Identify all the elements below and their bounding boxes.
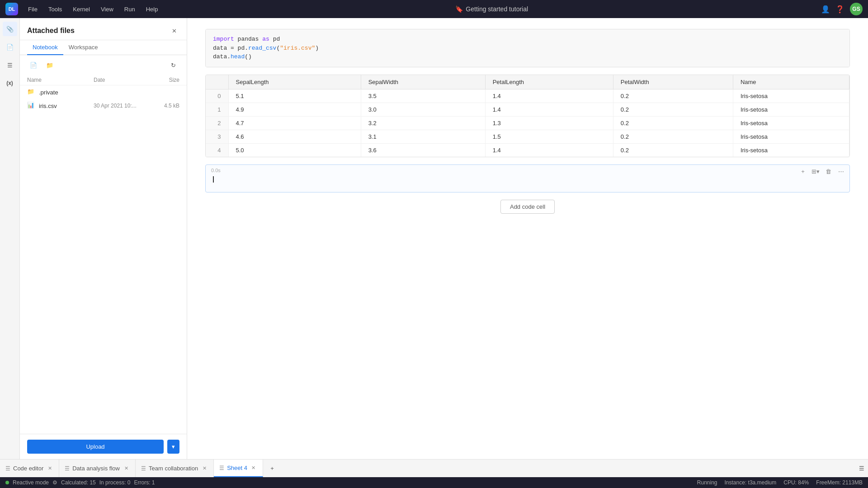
file-list-header: Name Date Size [20,75,187,85]
main-area: 📎 📄 ☰ (x) Attached files ✕ Notebook Work… [0,18,868,459]
new-file-button[interactable]: 📄 [27,59,40,71]
refresh-button[interactable]: ↻ [167,59,179,71]
tab-close[interactable]: ✕ [201,465,208,472]
new-folder-button[interactable]: 📁 [43,59,56,71]
more-options-button[interactable]: ⋯ [836,167,846,177]
table-row: 14.93.01.40.2Iris-setosa [206,103,849,116]
table-cell: 0.2 [613,143,733,157]
menu-file[interactable]: File [24,4,42,14]
table-cell: 0 [206,89,228,103]
cell-type-button[interactable]: ⊞▾ [811,167,821,177]
files-icon[interactable]: 📎 [3,22,17,36]
tab-workspace[interactable]: Workspace [63,40,104,55]
help-icon[interactable]: ❓ [835,5,844,14]
code-cell-content: import pandas as pd data = pd.read_csv("… [206,29,849,67]
close-panel-button[interactable]: ✕ [169,25,179,36]
table-cell: Iris-setosa [733,130,849,143]
csv-icon: 📊 [27,102,35,110]
tab-icon: ☰ [219,465,224,471]
icon-bar: 📎 📄 ☰ (x) [0,18,20,459]
status-left: Reactive mode ⚙ Calculated: 15 In proces… [5,479,155,486]
table-cell: 3 [206,130,228,143]
table-cell: Iris-setosa [733,89,849,103]
table-cell: 1.4 [485,143,613,157]
list-icon[interactable]: ☰ [3,58,17,72]
file-name: .private [39,89,94,96]
toolbar-left: 📄 📁 [27,59,56,71]
tab-team-collaboration[interactable]: ☰ Team collaboration ✕ [136,460,214,477]
table-cell: 2 [206,116,228,130]
person-add-icon[interactable]: 👤 [821,5,830,14]
delete-cell-button[interactable]: 🗑 [823,167,833,177]
table-cell: 4.7 [228,116,361,130]
tab-close[interactable]: ✕ [250,465,257,472]
list-item[interactable]: 📁 .private [20,85,187,99]
menu-tools[interactable]: Tools [44,4,66,14]
status-right: Running Instance: t3a.medium CPU: 84% Fr… [697,479,863,486]
table-cell: 1 [206,103,228,116]
col-header-index [206,75,228,89]
tab-icon: ☰ [65,465,70,472]
avatar[interactable]: GS [850,3,863,15]
tab-data-analysis-flow[interactable]: ☰ Data analysis flow ✕ [59,460,136,477]
bookmark-icon: 🔖 [455,5,463,13]
header-right-icons: 👤 ❓ GS [821,3,863,15]
tab-close[interactable]: ✕ [46,465,53,472]
reactive-settings-icon[interactable]: ⚙ [52,479,57,486]
code-line-3: data.head() [213,52,842,61]
tab-label: Sheet 4 [227,465,247,471]
tab-icon: ☰ [5,465,10,472]
menu-help[interactable]: Help [142,4,163,14]
list-item[interactable]: 📊 iris.csv 30 Apr 2021 10:... 4.5 kB [20,99,187,113]
freemem-status: FreeMem: 2113MB [816,479,863,486]
text-cursor [213,176,214,183]
pages-icon[interactable]: 📄 [3,40,17,54]
table-row: 45.03.61.40.2Iris-setosa [206,143,849,157]
panel-tab-bar: Notebook Workspace [20,40,187,55]
table-cell: 1.3 [485,116,613,130]
file-panel-header: Attached files ✕ [20,18,187,40]
file-panel-footer: Upload ▾ [20,434,187,459]
cell-input[interactable] [206,165,849,192]
code-cell[interactable]: import pandas as pd data = pd.read_csv("… [205,29,850,67]
notebook-area[interactable]: import pandas as pd data = pd.read_csv("… [187,18,868,459]
menu-kernel[interactable]: Kernel [68,4,94,14]
table-cell: 1.4 [485,103,613,116]
table-cell: 0.2 [613,103,733,116]
table-row: 05.13.51.40.2Iris-setosa [206,89,849,103]
col-header-sepal-width: SepalWidth [361,75,485,89]
dataframe-table: SepalLength SepalWidth PetalLength Petal… [206,75,849,157]
tab-sheet-4[interactable]: ☰ Sheet 4 ✕ [214,460,263,477]
upload-button[interactable]: Upload [27,440,164,454]
reactive-dot [5,481,9,484]
table-cell: 3.6 [361,143,485,157]
table-cell: 0.2 [613,130,733,143]
bottom-tab-bar: ☰ Code editor ✕ ☰ Data analysis flow ✕ ☰… [0,459,868,477]
file-toolbar: 📄 📁 ↻ [20,55,187,75]
add-cell-button[interactable]: + [798,167,808,177]
add-tab-button[interactable]: + [265,461,279,476]
variables-icon[interactable]: (x) [3,76,17,90]
code-line-1: import pandas as pd [213,35,842,44]
table-cell: 0.2 [613,89,733,103]
table-cell: 3.2 [361,116,485,130]
tab-code-editor[interactable]: ☰ Code editor ✕ [0,460,59,477]
upload-dropdown-button[interactable]: ▾ [167,440,179,454]
table-cell: 3.1 [361,130,485,143]
tab-options-icon[interactable]: ☰ [859,465,864,472]
table-row: 24.73.21.30.2Iris-setosa [206,116,849,130]
tab-icon: ☰ [141,465,146,472]
file-panel: Attached files ✕ Notebook Workspace 📄 📁 … [20,18,187,459]
menu-run[interactable]: Run [120,4,140,14]
tab-close[interactable]: ✕ [123,465,130,472]
file-name: iris.csv [39,103,94,109]
menu-view[interactable]: View [96,4,118,14]
running-status: Running [697,479,717,486]
empty-cell[interactable]: 0.0s + ⊞▾ 🗑 ⋯ [205,164,850,192]
in-process-label: In process: 0 [99,479,131,486]
instance-status: Instance: t3a.medium [725,479,777,486]
col-header-name: Name [733,75,849,89]
add-code-cell-button[interactable]: Add code cell [500,200,555,214]
tab-notebook[interactable]: Notebook [27,40,63,55]
col-header-petal-length: PetalLength [485,75,613,89]
